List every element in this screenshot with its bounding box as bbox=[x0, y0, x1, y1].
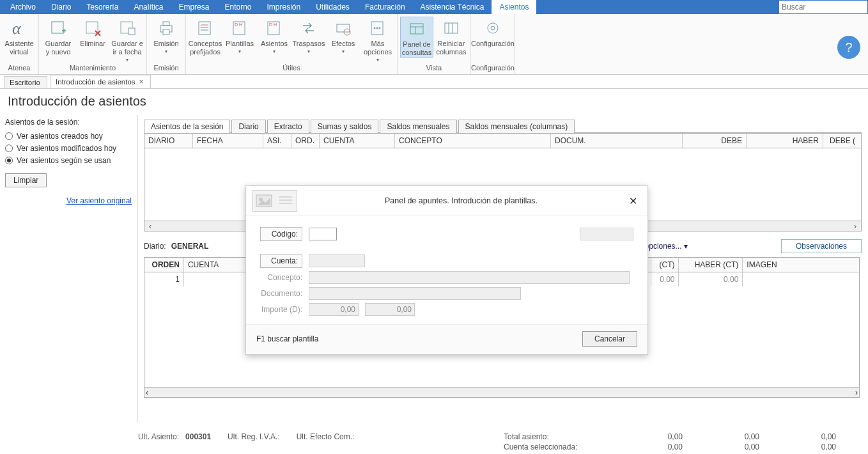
menu-entorno[interactable]: Entorno bbox=[217, 0, 259, 14]
codigo-input[interactable] bbox=[309, 228, 337, 240]
dialog-close-icon[interactable]: ✕ bbox=[625, 195, 641, 207]
reiniciar-columnas-button[interactable]: Reiniciarcolumnas bbox=[435, 17, 468, 56]
scroll-left-icon[interactable]: ‹ bbox=[146, 222, 155, 231]
menu-asientos[interactable]: Asientos bbox=[492, 0, 536, 14]
col-concepto[interactable]: CONCEPTO bbox=[395, 134, 551, 148]
menu-analitica[interactable]: Analítica bbox=[126, 0, 171, 14]
radio-creados[interactable]: Ver asientos creados hoy bbox=[5, 132, 132, 141]
col2-haberct[interactable]: HABER (CT) bbox=[679, 258, 743, 272]
group-atenea: α Asistentevirtual Atenea bbox=[0, 14, 39, 74]
guardar-nuevo-button[interactable]: Guardary nuevo bbox=[42, 17, 75, 56]
tab-escritorio[interactable]: Escritorio bbox=[4, 76, 47, 88]
mas-opciones-button[interactable]: Másopciones ▾ bbox=[361, 17, 394, 63]
menu-asistencia[interactable]: Asistencia Técnica bbox=[413, 0, 492, 14]
ribbon: α Asistentevirtual Atenea Guardary nuevo… bbox=[0, 14, 868, 75]
close-icon[interactable]: × bbox=[139, 77, 144, 86]
subtab-saldos-m[interactable]: Saldos mensuales bbox=[380, 120, 456, 133]
more-icon bbox=[368, 18, 388, 38]
plantillas-label: Plantillas bbox=[226, 40, 254, 48]
menu-tesoreria[interactable]: Tesorería bbox=[79, 0, 126, 14]
col2-ct[interactable]: (CT) bbox=[651, 258, 679, 272]
col-debe2[interactable]: DEBE ( bbox=[823, 134, 859, 148]
efectos-button[interactable]: Efectos ▾ bbox=[327, 17, 360, 54]
subtab-sesion[interactable]: Asientos de la sesión bbox=[144, 120, 230, 133]
subtab-saldos-col[interactable]: Saldos mensuales (columnas) bbox=[458, 120, 575, 133]
col-haber[interactable]: HABER bbox=[747, 134, 823, 148]
importe-d-input[interactable]: 0,00 bbox=[309, 303, 359, 316]
grid2-hscroll[interactable]: ‹› bbox=[144, 387, 860, 398]
col-diario[interactable]: DIARIO bbox=[144, 134, 193, 148]
col-docum[interactable]: DOCUM. bbox=[551, 134, 683, 148]
subtab-diario[interactable]: Diario bbox=[231, 120, 265, 133]
observaciones-button[interactable]: Observaciones bbox=[781, 239, 862, 253]
col-asi[interactable]: ASI. bbox=[263, 134, 291, 148]
help-icon[interactable]: ? bbox=[837, 36, 860, 59]
col2-orden[interactable]: ORDEN bbox=[144, 258, 184, 272]
search-input[interactable] bbox=[779, 1, 867, 13]
plantillas-button[interactable]: D H Plantillas ▾ bbox=[223, 17, 256, 54]
menu-facturacion[interactable]: Facturación bbox=[357, 0, 413, 14]
radio-usan[interactable]: Ver asientos según se usan bbox=[5, 156, 132, 165]
dialog-thumb-icon bbox=[252, 190, 297, 212]
svg-point-33 bbox=[491, 26, 495, 30]
documento-input[interactable] bbox=[309, 287, 521, 300]
panel-icon bbox=[407, 19, 427, 39]
importe-h-input[interactable]: 0,00 bbox=[365, 303, 415, 316]
ver-original-link[interactable]: Ver asiento original bbox=[5, 196, 132, 205]
traspasos-button[interactable]: Traspasos ▾ bbox=[292, 17, 325, 54]
configuracion-label: Configuración bbox=[471, 40, 515, 48]
ult-reg-label: Ult. Reg. I.V.A.: bbox=[228, 432, 280, 451]
col-cuenta[interactable]: CUENTA bbox=[320, 134, 395, 148]
cuenta-sel-v1: 0,00 bbox=[632, 442, 683, 451]
print-icon bbox=[156, 18, 176, 38]
col-debe[interactable]: DEBE bbox=[683, 134, 747, 148]
left-caption: Asientos de la sesión: bbox=[5, 118, 132, 127]
subtab-sumas[interactable]: Sumas y saldos bbox=[311, 120, 379, 133]
emision-button[interactable]: Emisión ▾ bbox=[150, 17, 183, 54]
cuenta-sel-v2: 0,00 bbox=[708, 442, 759, 451]
limpiar-button[interactable]: Limpiar bbox=[5, 173, 47, 187]
asistente-virtual-label: Asistentevirtual bbox=[4, 40, 33, 56]
cancelar-button[interactable]: Cancelar bbox=[582, 331, 637, 347]
menu-diario[interactable]: Diario bbox=[43, 0, 79, 14]
col-ord[interactable]: ORD. bbox=[291, 134, 320, 148]
asistente-virtual-button[interactable]: α Asistentevirtual bbox=[3, 17, 36, 56]
svg-point-25 bbox=[379, 27, 381, 29]
cuenta-input[interactable] bbox=[309, 254, 365, 267]
panel-consultas-button[interactable]: Panel deconsultas bbox=[400, 17, 433, 58]
conceptos-button[interactable]: Conceptosprefijados bbox=[189, 17, 222, 56]
asientos-label: Asientos bbox=[261, 40, 288, 48]
codigo-aux-input[interactable] bbox=[580, 228, 633, 240]
group-title-mantenimiento: Mantenimiento bbox=[39, 63, 146, 74]
panel-consultas-label: Panel deconsultas bbox=[402, 40, 431, 57]
col-fecha[interactable]: FECHA bbox=[193, 134, 263, 148]
col2-imagen[interactable]: IMAGEN bbox=[743, 258, 859, 272]
asientos-button[interactable]: D H Asientos ▾ bbox=[258, 17, 291, 54]
configuracion-button[interactable]: Configuración bbox=[474, 17, 512, 48]
scroll-right-icon[interactable]: › bbox=[855, 388, 858, 397]
menu-archivo[interactable]: Archivo bbox=[3, 0, 43, 14]
svg-point-24 bbox=[376, 27, 378, 29]
concepto-input[interactable] bbox=[309, 271, 630, 284]
save-date-icon bbox=[117, 18, 137, 38]
eliminar-button[interactable]: Eliminar bbox=[76, 17, 109, 48]
scroll-right-icon[interactable]: › bbox=[851, 222, 860, 231]
concepts-icon bbox=[195, 18, 215, 38]
radio-creados-label: Ver asientos creados hoy bbox=[17, 132, 103, 141]
menu-utilidades[interactable]: Utilidades bbox=[308, 0, 357, 14]
radio-icon bbox=[5, 157, 13, 164]
menu-empresa[interactable]: Empresa bbox=[171, 0, 217, 14]
total-asiento-v3: 0,00 bbox=[785, 432, 836, 441]
tab-escritorio-label: Escritorio bbox=[10, 79, 40, 86]
radio-modificados-label: Ver asientos modificados hoy bbox=[17, 144, 116, 153]
svg-point-23 bbox=[374, 27, 376, 29]
menu-impresion[interactable]: Impresión bbox=[259, 0, 308, 14]
tab-introduccion[interactable]: Introducción de asientos× bbox=[50, 75, 151, 88]
subtab-extracto[interactable]: Extracto bbox=[267, 120, 309, 133]
radio-modificados[interactable]: Ver asientos modificados hoy bbox=[5, 144, 132, 153]
diario-value: GENERAL bbox=[171, 242, 209, 251]
guardar-fecha-button[interactable]: Guardar eir a fecha ▾ bbox=[111, 17, 144, 63]
scroll-left-icon[interactable]: ‹ bbox=[146, 388, 148, 397]
group-utiles: Conceptosprefijados D H Plantillas ▾ D H… bbox=[186, 14, 398, 74]
chevron-down-icon: ▾ bbox=[307, 49, 310, 54]
